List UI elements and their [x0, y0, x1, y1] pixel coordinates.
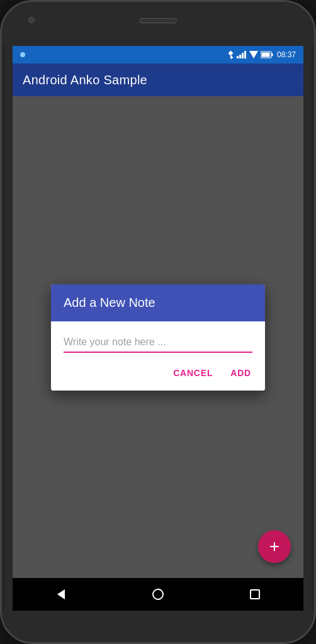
svg-marker-4: [249, 51, 258, 58]
recents-button[interactable]: [242, 582, 268, 607]
battery-icon: [261, 51, 273, 58]
recents-icon: [249, 589, 261, 600]
home-icon: [152, 588, 164, 601]
wifi-icon: [249, 51, 258, 58]
dialog-actions: CANCEL ADD: [51, 358, 265, 391]
status-bar-right: 08:37: [227, 50, 296, 59]
svg-rect-1: [239, 55, 241, 58]
app-bar-title: Android Anko Sample: [23, 73, 147, 87]
svg-point-9: [153, 589, 163, 599]
bottom-navigation: [13, 578, 303, 611]
dialog-title: Add a New Note: [64, 296, 155, 309]
fab-button[interactable]: +: [258, 530, 291, 563]
add-button[interactable]: ADD: [224, 363, 257, 383]
phone-screen: 08:37 Android Anko Sample Add a New Note: [13, 46, 303, 611]
dialog-overlay: Add a New Note CANCEL ADD: [13, 96, 303, 578]
svg-rect-7: [261, 53, 269, 57]
status-bar: 08:37: [13, 46, 303, 64]
home-button[interactable]: [145, 582, 171, 607]
dialog-body: [51, 321, 265, 358]
dialog-header: Add a New Note: [51, 284, 265, 321]
back-button[interactable]: [48, 582, 74, 607]
bluetooth-icon: [227, 50, 234, 59]
svg-marker-8: [57, 589, 65, 599]
svg-rect-0: [237, 56, 239, 58]
signal-icon: [237, 51, 247, 58]
app-bar: Android Anko Sample: [13, 64, 303, 96]
dialog: Add a New Note CANCEL ADD: [51, 284, 265, 391]
clock-display: 08:37: [277, 50, 296, 59]
svg-rect-3: [244, 51, 246, 58]
main-content: Add a New Note CANCEL ADD +: [13, 96, 303, 578]
svg-rect-2: [242, 53, 244, 58]
fab-plus-icon: +: [269, 538, 279, 555]
front-camera: [28, 17, 35, 23]
status-dot: [20, 52, 25, 57]
phone-top-hardware: [2, 2, 314, 46]
svg-rect-6: [271, 53, 273, 57]
phone-device: 08:37 Android Anko Sample Add a New Note: [0, 0, 316, 644]
speaker: [139, 18, 177, 23]
cancel-button[interactable]: CANCEL: [167, 363, 219, 383]
svg-rect-10: [251, 590, 259, 599]
note-input[interactable]: [64, 334, 252, 353]
back-icon: [55, 588, 67, 601]
phone-bottom-hardware: [2, 611, 314, 642]
status-bar-left: [20, 52, 25, 57]
